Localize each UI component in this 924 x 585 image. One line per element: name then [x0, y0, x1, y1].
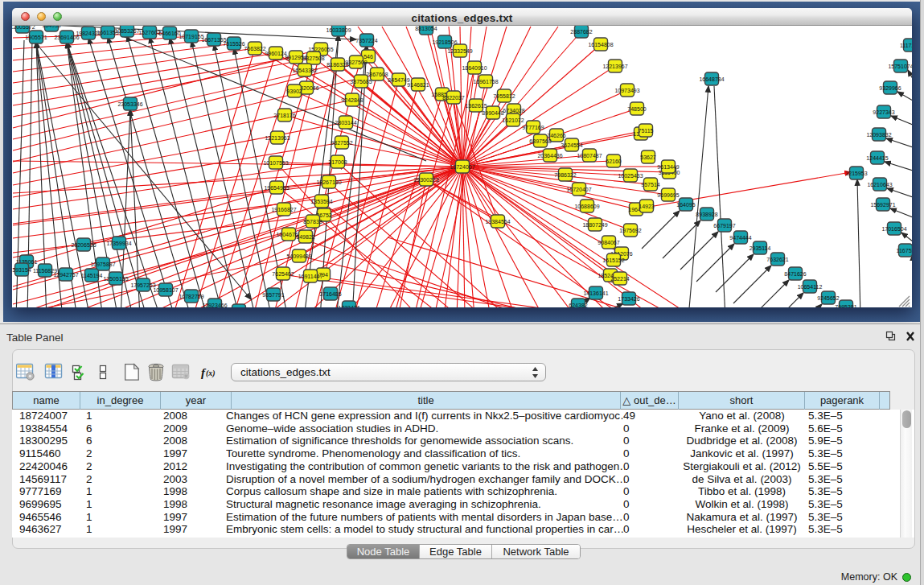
svg-text:3716485: 3716485 [319, 291, 341, 297]
svg-text:1527602: 1527602 [138, 30, 160, 35]
svg-text:16782759: 16782759 [179, 294, 203, 299]
svg-text:957514: 957514 [641, 182, 659, 187]
svg-text:54099489: 54099489 [286, 253, 311, 259]
svg-text:748500: 748500 [627, 106, 646, 112]
svg-text:1733426: 1733426 [618, 296, 639, 302]
svg-text:8322037: 8322037 [442, 95, 464, 101]
svg-text:16648784: 16648784 [699, 76, 724, 82]
svg-text:7986322: 7986322 [554, 172, 576, 178]
svg-text:14136141: 14136141 [583, 290, 608, 296]
svg-text:9242848: 9242848 [341, 97, 363, 103]
svg-text:9146821: 9146821 [407, 82, 429, 88]
svg-text:9857791: 9857791 [262, 292, 284, 298]
svg-text:546: 546 [363, 54, 373, 60]
svg-text:857833: 857833 [303, 219, 322, 225]
svg-text:62160: 62160 [606, 159, 622, 164]
svg-text:16961758: 16961758 [473, 79, 498, 84]
svg-text:12942757: 12942757 [53, 272, 78, 278]
svg-text:7632621: 7632621 [766, 257, 788, 262]
svg-text:10973493: 10973493 [614, 88, 639, 93]
svg-text:2718176: 2718176 [273, 113, 295, 118]
svg-text:1353594: 1353594 [310, 199, 332, 204]
svg-text:20206536: 20206536 [71, 242, 96, 248]
svg-text:7515526: 7515526 [223, 41, 244, 47]
svg-text:6679197: 6679197 [713, 223, 735, 229]
svg-text:9329966: 9329966 [879, 85, 901, 91]
svg-text:7995381: 7995381 [835, 304, 856, 308]
svg-text:10807487: 10807487 [577, 153, 602, 159]
svg-text:10719155: 10719155 [179, 34, 203, 39]
svg-text:12093832: 12093832 [866, 132, 891, 138]
svg-text:53627: 53627 [640, 154, 656, 160]
svg-text:8938928: 8938928 [696, 212, 717, 217]
svg-text:12213963: 12213963 [265, 135, 290, 141]
svg-text:9960124: 9960124 [265, 51, 286, 56]
svg-text:16543382: 16543382 [292, 68, 317, 73]
svg-text:2867608: 2867608 [366, 72, 388, 77]
svg-text:9699695: 9699695 [657, 192, 679, 198]
svg-text:12005572: 12005572 [12, 26, 35, 30]
svg-text:1621072: 1621072 [502, 117, 524, 123]
svg-text:3215953: 3215953 [845, 171, 867, 176]
svg-text:12213967: 12213967 [602, 64, 627, 69]
svg-text:15720407: 15720407 [566, 187, 591, 192]
svg-text:2803144: 2803144 [335, 120, 356, 126]
svg-text:9827552: 9827552 [331, 140, 352, 146]
svg-text:7955812: 7955812 [493, 93, 515, 99]
svg-text:116753: 116753 [897, 248, 912, 253]
svg-text:93902: 93902 [286, 89, 302, 94]
svg-text:7663822: 7663822 [244, 46, 265, 51]
svg-text:23053346: 23053346 [117, 101, 142, 107]
svg-text:1244415: 1244415 [866, 155, 888, 161]
svg-text:17957253: 17957253 [130, 282, 155, 288]
svg-text:2935114: 2935114 [749, 245, 771, 251]
svg-text:9777169: 9777169 [522, 125, 544, 130]
svg-text:14923: 14923 [639, 204, 655, 209]
svg-text:317008: 317008 [328, 159, 347, 165]
svg-text:2887682: 2887682 [570, 29, 592, 35]
svg-text:624382: 624382 [569, 303, 587, 308]
svg-text:3624554: 3624554 [561, 142, 582, 148]
svg-text:393154: 393154 [12, 267, 31, 273]
svg-text:164095: 164095 [676, 202, 695, 208]
svg-text:16210643: 16210643 [867, 182, 892, 187]
svg-text:16911447: 16911447 [298, 274, 323, 279]
svg-text:9084067: 9084067 [598, 240, 619, 245]
svg-text:1905571: 1905571 [25, 35, 47, 40]
svg-text:12923466: 12923466 [202, 303, 227, 308]
svg-text:9327508: 9327508 [302, 56, 324, 61]
svg-text:18640910: 18640910 [462, 65, 487, 71]
svg-text:1975692: 1975692 [619, 228, 641, 233]
svg-text:7625402: 7625402 [272, 271, 294, 277]
svg-text:19166827: 19166827 [271, 207, 296, 212]
svg-text:17359934: 17359934 [106, 241, 131, 246]
svg-text:9227343: 9227343 [873, 109, 894, 115]
svg-text:10975887: 10975887 [90, 262, 115, 267]
svg-text:20364436: 20364436 [537, 153, 562, 159]
svg-text:252214: 252214 [610, 276, 629, 282]
svg-text:17016504: 17016504 [881, 226, 906, 232]
svg-text:6897568: 6897568 [529, 138, 551, 144]
svg-text:19218506: 19218506 [432, 39, 457, 45]
svg-text:15751074: 15751074 [888, 64, 912, 69]
svg-text:12505135: 12505135 [103, 276, 128, 282]
svg-text:6734028: 6734028 [503, 108, 524, 113]
svg-text:19384554: 19384554 [485, 219, 510, 225]
svg-text:9613449: 9613449 [657, 164, 679, 170]
svg-text:10025433: 10025433 [618, 173, 643, 179]
svg-text:10654112: 10654112 [798, 284, 823, 290]
svg-text:75115: 75115 [639, 128, 654, 134]
svg-text:15692971: 15692971 [870, 202, 895, 208]
svg-text:10688609: 10688609 [574, 204, 599, 209]
svg-text:1117235: 1117235 [900, 43, 912, 48]
svg-text:1615152: 1615152 [602, 257, 624, 263]
svg-text:(x): (x) [206, 369, 216, 378]
svg-text:10853267: 10853267 [114, 28, 139, 34]
svg-text:7357224: 7357224 [355, 38, 377, 43]
svg-text:16154808: 16154808 [588, 42, 613, 47]
svg-text:9327509: 9327509 [345, 60, 367, 65]
svg-text:18267130: 18267130 [316, 179, 341, 185]
svg-text:8813054: 8813054 [415, 26, 437, 31]
svg-text:1145194: 1145194 [81, 273, 103, 278]
svg-text:1733426: 1733426 [338, 305, 359, 308]
